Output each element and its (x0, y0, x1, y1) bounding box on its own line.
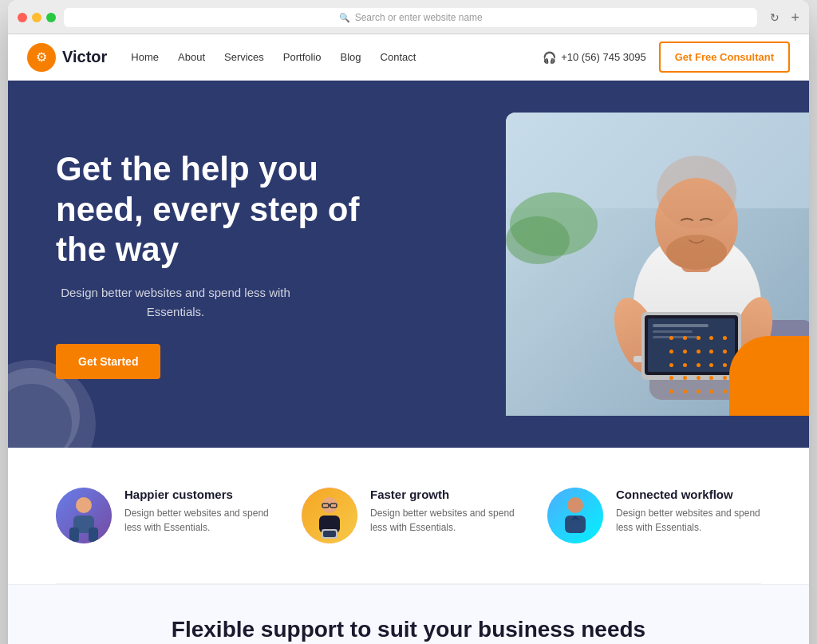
svg-point-38 (567, 497, 583, 513)
feature-title-3: Connected workflow (616, 488, 761, 501)
url-placeholder: Search or enter website name (355, 12, 483, 23)
logo[interactable]: ⚙ Victor (27, 43, 107, 72)
get-started-button[interactable]: Get Started (56, 344, 160, 379)
feature-item-2: Faster growth Design better websites and… (302, 488, 515, 543)
phone-number: +10 (56) 745 3095 (561, 51, 646, 63)
free-consultant-button[interactable]: Get Free Consultant (659, 41, 790, 73)
browser-chrome: 🔍 Search or enter website name ↻ + (8, 0, 809, 34)
close-button[interactable] (18, 13, 27, 22)
hero-section: Get the help you need, every step of the… (8, 81, 809, 448)
nav-item-services[interactable]: Services (224, 51, 264, 63)
svg-point-3 (506, 216, 570, 264)
feature-image-2 (302, 488, 357, 543)
svg-point-20 (666, 235, 727, 270)
nav-item-blog[interactable]: Blog (341, 51, 361, 63)
feature-image-3 (547, 488, 603, 543)
svg-rect-28 (89, 527, 98, 542)
feature-desc-3: Design better websites and spend less wi… (616, 506, 761, 535)
nav-right: 🎧 +10 (56) 745 3095 Get Free Consultant (543, 41, 790, 73)
svg-rect-15 (653, 324, 708, 327)
phone-icon: 🎧 (543, 51, 556, 64)
svg-rect-27 (69, 527, 79, 542)
hero-title: Get the help you need, every step of the… (56, 149, 395, 270)
minimize-button[interactable] (32, 13, 41, 22)
nav-item-home[interactable]: Home (131, 51, 159, 63)
new-tab-button[interactable]: + (791, 10, 799, 26)
deco-orange-corner (729, 336, 809, 416)
maximize-button[interactable] (46, 13, 56, 22)
feature-item-3: Connected workflow Design better website… (547, 488, 761, 543)
browser-window: 🔍 Search or enter website name ↻ + ⚙ Vic… (8, 0, 809, 644)
deco-dots-pattern (669, 336, 733, 400)
hero-image-area (432, 113, 809, 416)
reload-button[interactable]: ↻ (770, 11, 780, 24)
features-section: Happier customers Design better websites… (8, 448, 809, 583)
nav-item-about[interactable]: About (178, 51, 205, 63)
svg-rect-36 (323, 531, 336, 537)
feature-title-1: Happier customers (124, 488, 270, 501)
svg-point-21 (657, 156, 736, 229)
hero-subtitle: Design better websites and spend less wi… (56, 283, 295, 322)
feature-text-2: Faster growth Design better websites and… (370, 488, 515, 535)
feature-image-1 (56, 488, 112, 543)
feature-text-1: Happier customers Design better websites… (124, 488, 270, 535)
navbar: ⚙ Victor Home About Services Portfolio B… (8, 34, 809, 81)
bottom-title: Flexible support to suit your business n… (56, 617, 761, 642)
feature-desc-2: Design better websites and spend less wi… (370, 506, 515, 535)
feature-item-1: Happier customers Design better websites… (56, 488, 270, 543)
url-bar[interactable]: 🔍 Search or enter website name (64, 8, 757, 27)
feature-text-3: Connected workflow Design better website… (616, 488, 761, 535)
logo-icon: ⚙ (27, 43, 56, 72)
bottom-section: Flexible support to suit your business n… (8, 584, 809, 644)
traffic-lights (18, 13, 56, 22)
search-icon: 🔍 (339, 13, 350, 23)
nav-links: Home About Services Portfolio Blog Conta… (131, 51, 543, 63)
feature-desc-1: Design better websites and spend less wi… (124, 506, 270, 535)
feature-title-2: Faster growth (370, 488, 515, 501)
hero-content: Get the help you need, every step of the… (56, 149, 395, 378)
nav-item-portfolio[interactable]: Portfolio (283, 51, 322, 63)
nav-item-contact[interactable]: Contact (381, 51, 416, 63)
phone-info: 🎧 +10 (56) 745 3095 (543, 51, 646, 64)
logo-text: Victor (62, 48, 107, 66)
svg-point-25 (76, 497, 92, 513)
website-content: ⚙ Victor Home About Services Portfolio B… (8, 34, 809, 644)
svg-rect-16 (653, 330, 693, 333)
